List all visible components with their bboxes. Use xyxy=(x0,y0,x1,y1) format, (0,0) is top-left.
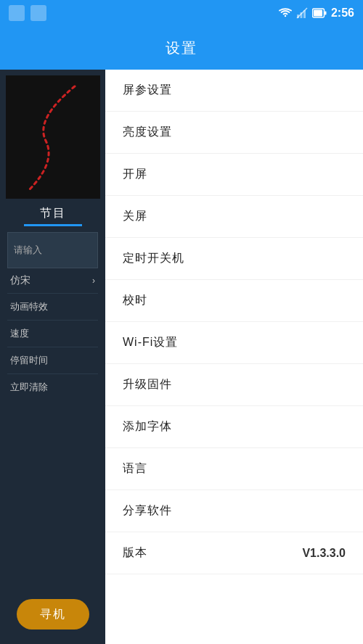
settings-item-value: V1.3.3.0 xyxy=(302,547,346,560)
settings-item-label: 语言 xyxy=(123,461,147,476)
settings-item-label: 开屏 xyxy=(123,167,147,182)
settings-item-label: 版本 xyxy=(123,545,147,561)
settings-item[interactable]: 升级固件 xyxy=(105,364,363,406)
settings-item[interactable]: 添加字体 xyxy=(105,406,363,448)
animation-row[interactable]: 动画特效 xyxy=(7,294,98,320)
preview-canvas xyxy=(6,75,100,199)
settings-item[interactable]: 分享软件 xyxy=(105,490,363,532)
locate-button-label: 寻机 xyxy=(40,607,66,622)
status-square-2 xyxy=(30,5,46,21)
settings-panel: 屏参设置亮度设置开屏关屏定时开关机校时Wi-Fi设置升级固件添加字体语言分享软件… xyxy=(105,70,363,644)
settings-item[interactable]: 定时开关机 xyxy=(105,238,363,280)
status-bar: 2:56 xyxy=(0,0,363,26)
wifi-icon xyxy=(279,8,292,18)
settings-item[interactable]: 亮度设置 xyxy=(105,112,363,154)
status-square-1 xyxy=(9,5,25,21)
speed-row[interactable]: 速度 xyxy=(7,321,98,347)
status-time: 2:56 xyxy=(331,7,354,20)
font-chevron-icon: › xyxy=(92,276,95,286)
settings-item[interactable]: 语言 xyxy=(105,448,363,490)
header-title: 设置 xyxy=(166,38,197,58)
clear-row[interactable]: 立即清除 xyxy=(7,374,98,400)
settings-item-label: 亮度设置 xyxy=(123,125,172,140)
program-label: 节目 xyxy=(40,206,66,221)
sidebar: ☰ 节目 请输入 仿宋 › 动画特效 速度 停留时间 立即清除 寻机 xyxy=(0,70,105,644)
font-row[interactable]: 仿宋 › xyxy=(7,268,98,293)
settings-item-label: 添加字体 xyxy=(123,419,172,434)
settings-item[interactable]: 版本V1.3.3.0 xyxy=(105,532,363,574)
svg-rect-7 xyxy=(6,75,100,199)
settings-item-label: 关屏 xyxy=(123,209,147,224)
settings-item[interactable]: 校时 xyxy=(105,280,363,322)
battery-icon xyxy=(312,8,327,18)
settings-item-label: 升级固件 xyxy=(123,377,172,392)
input-area[interactable]: 请输入 xyxy=(7,232,98,268)
settings-item[interactable]: 屏参设置 xyxy=(105,70,363,112)
preview-area xyxy=(6,75,100,199)
locate-button[interactable]: 寻机 xyxy=(17,599,89,629)
settings-item-label: 屏参设置 xyxy=(123,83,172,98)
status-bar-right: 2:56 xyxy=(279,7,354,20)
svg-rect-6 xyxy=(325,12,327,15)
settings-item-label: 定时开关机 xyxy=(123,251,184,266)
input-placeholder: 请输入 xyxy=(14,244,42,257)
header: 设置 xyxy=(0,26,363,70)
settings-item[interactable]: Wi-Fi设置 xyxy=(105,322,363,364)
signal-slash-icon xyxy=(296,7,308,19)
settings-item[interactable]: 关屏 xyxy=(105,196,363,238)
pause-row[interactable]: 停留时间 xyxy=(7,347,98,373)
main-layout: ☰ 节目 请输入 仿宋 › 动画特效 速度 停留时间 立即清除 寻机 xyxy=(0,70,363,644)
tab-indicator xyxy=(24,224,82,226)
settings-item-label: Wi-Fi设置 xyxy=(123,335,178,350)
font-label: 仿宋 xyxy=(10,274,30,287)
status-bar-left xyxy=(9,5,46,21)
settings-item[interactable]: 开屏 xyxy=(105,154,363,196)
svg-rect-5 xyxy=(314,10,322,17)
settings-item-label: 分享软件 xyxy=(123,503,172,519)
settings-item-label: 校时 xyxy=(123,293,147,308)
